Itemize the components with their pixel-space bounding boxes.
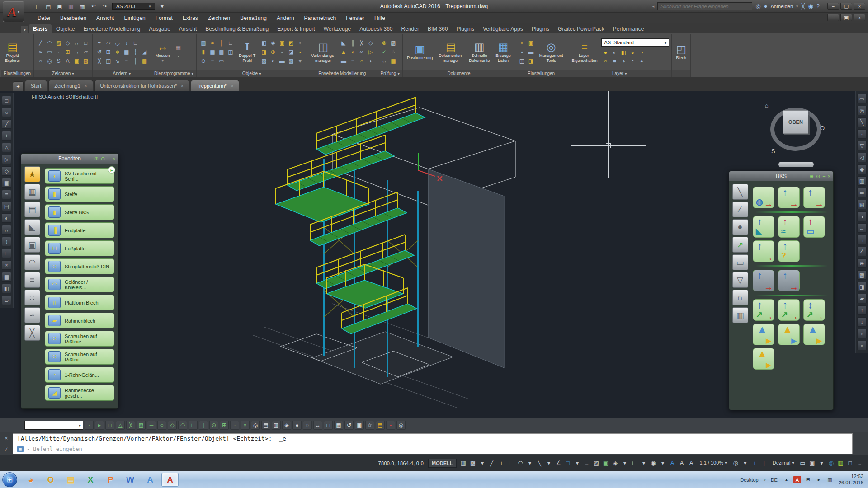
dock-l-13[interactable]: ↕ (2, 237, 11, 246)
fav-tab-favoriten[interactable]: ★ (24, 166, 40, 182)
rotate-icon[interactable]: ↺ (95, 47, 104, 56)
taskbar-explorer-icon[interactable]: ▤ (62, 473, 79, 487)
dropdown-icon[interactable]: ▾ (658, 458, 668, 468)
command-input[interactable]: [Alles/Mitte/Dynamisch/Grenzen/Vorher/FA… (13, 433, 853, 454)
dock-r-22[interactable]: ▫ (857, 341, 867, 350)
dock-l-3[interactable]: ╱ (2, 119, 11, 129)
trim-icon[interactable]: ╳ (95, 56, 104, 65)
view-iso-icon[interactable]: ◈ (282, 421, 291, 430)
start-button[interactable]: ⊞ (2, 472, 17, 487)
command-close-icon[interactable]: × (5, 435, 8, 441)
bolt-icon[interactable]: ⊙ (199, 56, 208, 65)
array-icon[interactable]: ▦ (122, 47, 131, 56)
clip2-icon[interactable]: ◗ (366, 56, 375, 65)
break-icon[interactable]: ┆ (131, 47, 140, 56)
zoom-window-icon[interactable]: □ (324, 421, 333, 430)
dock-r-18[interactable]: ▰ (857, 294, 867, 303)
viewport-controls-label[interactable]: [-][ISO-Ansicht SO][Schattiert] (32, 94, 98, 99)
arc-icon[interactable]: ◠ (45, 38, 54, 47)
bks-close-icon[interactable]: × (828, 174, 830, 179)
panel-label-zeichnen[interactable]: Zeichnen ▾ (34, 70, 92, 77)
quick-properties-icon[interactable]: ▭ (798, 458, 807, 468)
join-icon[interactable]: ┼ (131, 56, 140, 65)
fav-tab-werkzeuge[interactable]: ╳ (24, 325, 40, 341)
ribbon-tab-bim-360[interactable]: BIM 360 (424, 24, 452, 33)
snap-parallel-icon[interactable]: ∥ (199, 421, 208, 430)
exchange-apps-icon[interactable]: ╳ (802, 3, 805, 9)
taskbar-word-icon[interactable]: W (122, 473, 139, 487)
dock-r-21[interactable]: ◦ (857, 329, 867, 338)
layer-state-icon[interactable]: ◧ (619, 48, 627, 56)
fav-item-endplatte[interactable]: ▐ Endplatte (45, 222, 114, 238)
transparency-icon[interactable]: ▨ (592, 458, 601, 468)
fav-item-schrauben-risslinie-2[interactable]: ∷ Schrauben auf Rißlini... (45, 349, 114, 365)
autocad-logo-button[interactable]: A▾ (3, 1, 24, 22)
model-space-button[interactable]: MODELL (428, 459, 456, 468)
verbindungsmanager-button[interactable]: ◫ Verbindungs- manager (309, 40, 337, 63)
taskbar-autocad-icon[interactable]: A (161, 473, 179, 487)
osnap-icon[interactable]: □ (563, 458, 573, 468)
dock-r-16[interactable]: ▩ (857, 270, 867, 280)
dock-l-10[interactable]: ▤ (2, 202, 11, 211)
bks-objekt-button[interactable]: ↑≈ (778, 216, 800, 238)
communication-center-icon[interactable]: ◉ (808, 3, 813, 9)
bks-vorne-button[interactable]: ▲► (753, 324, 774, 345)
fav-item-plattform-blech[interactable]: ▯ Plattform Blech (45, 295, 114, 310)
dock-r-10[interactable]: ▧ (857, 200, 867, 209)
bks-settings-icon[interactable]: ⊕ (810, 174, 814, 179)
menu-bemassung[interactable]: Bemaßung (235, 14, 272, 23)
connection-6-icon[interactable]: ◐ (269, 56, 277, 65)
doc-minimize-button[interactable]: − (827, 14, 839, 21)
messen-button[interactable]: ↔ Messen ▾ (154, 40, 172, 63)
management-tools-button[interactable]: ◎ Management Tools (538, 40, 565, 63)
erase-icon[interactable]: ▱ (104, 38, 113, 47)
dropdown-icon[interactable]: ▾ (296, 56, 304, 65)
bks-flaeche-button[interactable]: ↑◣ (753, 216, 774, 238)
fav-tab-traeger[interactable]: ▤ (24, 202, 40, 217)
region-icon[interactable]: ▣ (72, 56, 81, 65)
saveas-icon[interactable]: ▥ (66, 2, 75, 10)
move-icon[interactable]: + (95, 38, 104, 47)
dock-l-2[interactable]: ○ (2, 108, 11, 117)
splice-icon[interactable]: ║ (348, 38, 357, 47)
pin-icon[interactable]: ▪ (386, 421, 395, 430)
pipe-icon[interactable]: ○ (357, 56, 366, 65)
polygon-icon[interactable]: ◇ (63, 38, 72, 47)
menu-hilfe[interactable]: Hilfe (369, 14, 390, 23)
search-binoculars-icon[interactable]: ◎ (755, 3, 760, 9)
text-icon[interactable]: A (63, 56, 72, 65)
new-tab-button[interactable]: + (13, 81, 24, 91)
schnelle-dokumente-button[interactable]: ▥ Schnelle Dokumente (467, 40, 491, 63)
menu-parametrisch[interactable]: Parametrisch (299, 14, 341, 23)
taskbar-outlook-icon[interactable]: O (42, 473, 59, 487)
grating-icon[interactable]: ▦ (208, 47, 217, 56)
wireframe-icon[interactable]: ◌ (303, 421, 312, 430)
taskbar-a360-icon[interactable]: A (142, 473, 159, 487)
signin-dropdown-icon[interactable]: ▾ (796, 4, 798, 9)
layer-match-icon[interactable]: ◔ (637, 48, 646, 56)
snap-center-icon[interactable]: ○ (157, 421, 166, 430)
shade-icon[interactable]: ● (292, 421, 302, 430)
layer-unlock-icon[interactable]: ◒ (628, 48, 637, 56)
bks-seite-button[interactable]: ▲► (803, 324, 825, 345)
tab-close-icon[interactable]: × (85, 84, 87, 89)
file-tab-start[interactable]: Start (25, 80, 47, 91)
bks-beam-tool[interactable]: ▥ (732, 307, 748, 323)
clean-screen-icon[interactable]: □ (845, 458, 855, 468)
fav-tab-gelaender[interactable]: ◠ (24, 254, 40, 270)
lineweight-icon[interactable]: ≡ (582, 458, 592, 468)
doc-close-button[interactable]: × (854, 14, 865, 21)
snap-perpendicular-icon[interactable]: ∟ (189, 421, 198, 430)
open-icon[interactable]: ▤ (44, 2, 53, 10)
menu-extras[interactable]: Extras (178, 14, 203, 23)
bks-drehen-x-button[interactable]: ↑↗→ (753, 299, 774, 321)
workspace-combo[interactable]: AS 2013 ▾ (112, 3, 155, 10)
bks-vorher-button[interactable]: ↑→ (803, 187, 825, 208)
bks-pipe-tool[interactable]: ∩ (732, 290, 748, 305)
dock-r-19[interactable]: ↑ (857, 305, 867, 315)
camera-icon[interactable]: ▣ (355, 421, 364, 430)
cycling-icon[interactable]: ▣ (601, 458, 611, 468)
help-icon[interactable]: ? (816, 3, 820, 9)
qat-customize-icon[interactable]: ▾ (158, 2, 167, 10)
ribbon-tab-performance[interactable]: Performance (609, 24, 648, 33)
